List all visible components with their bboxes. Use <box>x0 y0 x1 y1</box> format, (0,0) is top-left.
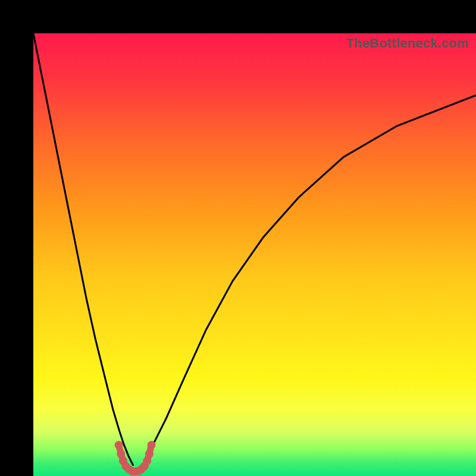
threshold-dots <box>145 450 154 458</box>
watermark-label: TheBottleneck.com <box>346 36 469 51</box>
threshold-dots <box>117 450 125 458</box>
plot-area: TheBottleneck.com <box>33 33 476 476</box>
chart-frame: TheBottleneck.com <box>0 0 476 476</box>
threshold-dots <box>115 441 123 449</box>
chart-svg <box>33 33 476 476</box>
threshold-dots <box>148 441 156 449</box>
gradient-background <box>33 33 476 476</box>
threshold-dots <box>143 457 151 465</box>
